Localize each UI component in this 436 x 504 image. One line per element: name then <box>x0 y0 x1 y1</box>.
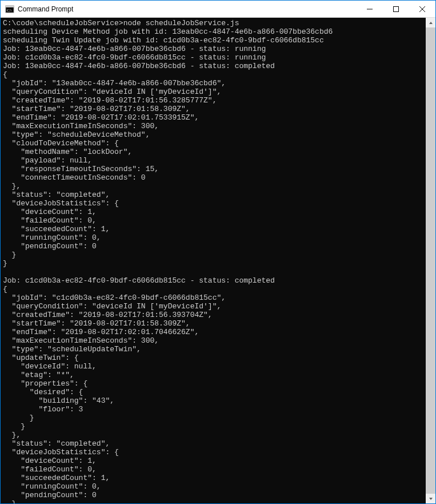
command-prompt-window: C:\ Command Prompt C:\code\scheduleJobSe… <box>0 0 436 504</box>
svg-rect-4 <box>394 6 399 11</box>
vertical-scrollbar[interactable] <box>426 18 435 503</box>
maximize-button[interactable] <box>383 1 409 17</box>
svg-text:C:\: C:\ <box>7 8 12 13</box>
window-title: Command Prompt <box>18 5 357 13</box>
svg-rect-1 <box>6 6 14 7</box>
svg-marker-7 <box>429 22 433 24</box>
terminal-output[interactable]: C:\code\scheduleJobService>node schedule… <box>1 18 426 503</box>
app-icon: C:\ <box>5 5 14 14</box>
terminal-area: C:\code\scheduleJobService>node schedule… <box>1 18 435 503</box>
scrollbar-down-button[interactable] <box>426 494 435 503</box>
scrollbar-track[interactable] <box>426 27 435 494</box>
scrollbar-up-button[interactable] <box>426 18 435 27</box>
minimize-button[interactable] <box>357 1 383 17</box>
titlebar[interactable]: C:\ Command Prompt <box>1 1 435 18</box>
scrollbar-thumb[interactable] <box>426 27 435 494</box>
svg-marker-8 <box>429 498 433 500</box>
window-controls <box>357 1 435 17</box>
close-button[interactable] <box>409 1 435 17</box>
